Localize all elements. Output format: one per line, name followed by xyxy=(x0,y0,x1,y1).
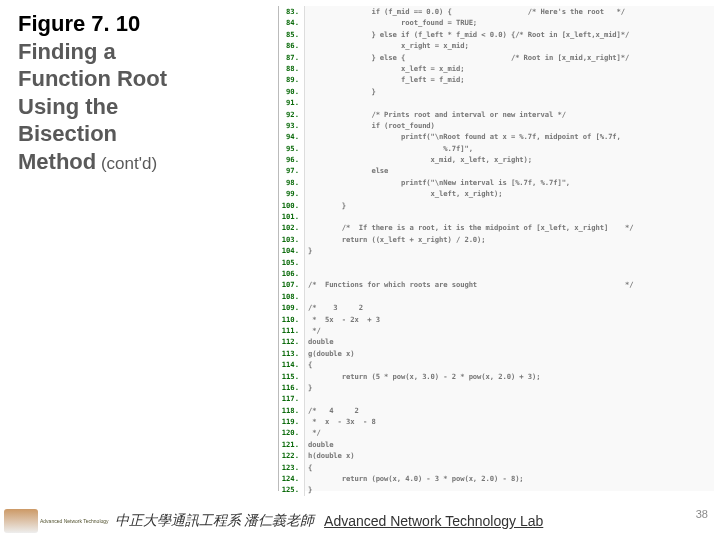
line-number: 92. xyxy=(279,109,305,120)
line-number: 103. xyxy=(279,234,305,245)
code-text xyxy=(305,268,308,279)
line-number: 91. xyxy=(279,97,305,108)
code-line: 88. x_left = x_mid; xyxy=(279,63,714,74)
code-text: g(double x) xyxy=(305,348,355,359)
line-number: 105. xyxy=(279,257,305,268)
line-number: 96. xyxy=(279,154,305,165)
code-text: double xyxy=(305,336,333,347)
code-text: */ xyxy=(305,427,321,438)
title-block: Figure 7. 10 Finding a Function Root Usi… xyxy=(18,10,238,175)
code-text xyxy=(305,97,308,108)
line-number: 120. xyxy=(279,427,305,438)
code-line: 104.} xyxy=(279,245,714,256)
code-line: 110. * 5x - 2x + 3 xyxy=(279,314,714,325)
code-line: 87. } else { /* Root in [x_mid,x_right]*… xyxy=(279,52,714,63)
code-listing: 83. if (f_mid == 0.0) { /* Here's the ro… xyxy=(278,6,714,491)
code-text: /* Functions for which roots are sought … xyxy=(305,279,634,290)
code-line: 96. x_mid, x_left, x_right); xyxy=(279,154,714,165)
line-number: 86. xyxy=(279,40,305,51)
line-number: 114. xyxy=(279,359,305,370)
slide-container: Figure 7. 10 Finding a Function Root Usi… xyxy=(0,0,720,540)
code-line: 101. xyxy=(279,211,714,222)
code-line: 84. root_found = TRUE; xyxy=(279,17,714,28)
line-number: 121. xyxy=(279,439,305,450)
line-number: 115. xyxy=(279,371,305,382)
code-line: 91. xyxy=(279,97,714,108)
line-number: 98. xyxy=(279,177,305,188)
figure-label: Figure 7. 10 xyxy=(18,10,238,38)
line-number: 117. xyxy=(279,393,305,404)
code-text: /* 3 2 xyxy=(305,302,363,313)
line-number: 95. xyxy=(279,143,305,154)
code-text: * x - 3x - 8 xyxy=(305,416,376,427)
code-text: x_right = x_mid; xyxy=(305,40,469,51)
code-line: 86. x_right = x_mid; xyxy=(279,40,714,51)
logo-image xyxy=(4,509,38,533)
code-line: 105. xyxy=(279,257,714,268)
figure-title-line5: Method (cont'd) xyxy=(18,148,238,176)
code-text: x_left, x_right); xyxy=(305,188,502,199)
code-line: 98. printf("\nNew interval is [%.7f, %.7… xyxy=(279,177,714,188)
code-text: root_found = TRUE; xyxy=(305,17,477,28)
footer-english: Advanced Network Technology Lab xyxy=(324,513,543,529)
code-text xyxy=(305,211,308,222)
code-line: 95. %.7f]", xyxy=(279,143,714,154)
code-text: } xyxy=(305,86,376,97)
line-number: 94. xyxy=(279,131,305,142)
line-number: 84. xyxy=(279,17,305,28)
code-line: 124. return (pow(x, 4.0) - 3 * pow(x, 2.… xyxy=(279,473,714,484)
code-line: 83. if (f_mid == 0.0) { /* Here's the ro… xyxy=(279,6,714,17)
code-line: 100. } xyxy=(279,200,714,211)
figure-title-line4: Bisection xyxy=(18,120,238,148)
code-line: 102. /* If there is a root, it is the mi… xyxy=(279,222,714,233)
code-text: f_left = f_mid; xyxy=(305,74,464,85)
line-number: 110. xyxy=(279,314,305,325)
figure-title-line3: Using the xyxy=(18,93,238,121)
code-line: 115. return (5 * pow(x, 3.0) - 2 * pow(x… xyxy=(279,371,714,382)
code-line: 106. xyxy=(279,268,714,279)
code-text: printf("\nRoot found at x = %.7f, midpoi… xyxy=(305,131,621,142)
code-text xyxy=(305,393,308,404)
code-line: 89. f_left = f_mid; xyxy=(279,74,714,85)
code-line: 120. */ xyxy=(279,427,714,438)
figure-title-word: Method xyxy=(18,149,96,174)
code-text xyxy=(305,257,308,268)
code-text: return (5 * pow(x, 3.0) - 2 * pow(x, 2.0… xyxy=(305,371,541,382)
page-number: 38 xyxy=(696,508,708,520)
line-number: 113. xyxy=(279,348,305,359)
code-text: } xyxy=(305,382,312,393)
line-number: 87. xyxy=(279,52,305,63)
code-text: double xyxy=(305,439,333,450)
line-number: 90. xyxy=(279,86,305,97)
code-text: if (f_mid == 0.0) { /* Here's the root *… xyxy=(305,6,625,17)
code-text: printf("\nNew interval is [%.7f, %.7f]", xyxy=(305,177,570,188)
code-text: if (root_found) xyxy=(305,120,435,131)
line-number: 122. xyxy=(279,450,305,461)
code-text: { xyxy=(305,462,312,473)
code-text: } else if (f_left * f_mid < 0.0) {/* Roo… xyxy=(305,29,629,40)
code-line: 103. return ((x_left + x_right) / 2.0); xyxy=(279,234,714,245)
line-number: 109. xyxy=(279,302,305,313)
line-number: 88. xyxy=(279,63,305,74)
code-line: 112.double xyxy=(279,336,714,347)
line-number: 89. xyxy=(279,74,305,85)
line-number: 118. xyxy=(279,405,305,416)
code-line: 125.} xyxy=(279,484,714,495)
line-number: 101. xyxy=(279,211,305,222)
code-line: 94. printf("\nRoot found at x = %.7f, mi… xyxy=(279,131,714,142)
code-text: return (pow(x, 4.0) - 3 * pow(x, 2.0) - … xyxy=(305,473,524,484)
line-number: 124. xyxy=(279,473,305,484)
line-number: 111. xyxy=(279,325,305,336)
code-line: 97. else xyxy=(279,165,714,176)
code-line: 118./* 4 2 xyxy=(279,405,714,416)
line-number: 107. xyxy=(279,279,305,290)
figure-contd: (cont'd) xyxy=(96,154,157,173)
line-number: 104. xyxy=(279,245,305,256)
line-number: 106. xyxy=(279,268,305,279)
code-line: 116.} xyxy=(279,382,714,393)
line-number: 119. xyxy=(279,416,305,427)
code-text: %.7f]", xyxy=(305,143,473,154)
line-number: 100. xyxy=(279,200,305,211)
code-line: 117. xyxy=(279,393,714,404)
code-text: x_left = x_mid; xyxy=(305,63,464,74)
